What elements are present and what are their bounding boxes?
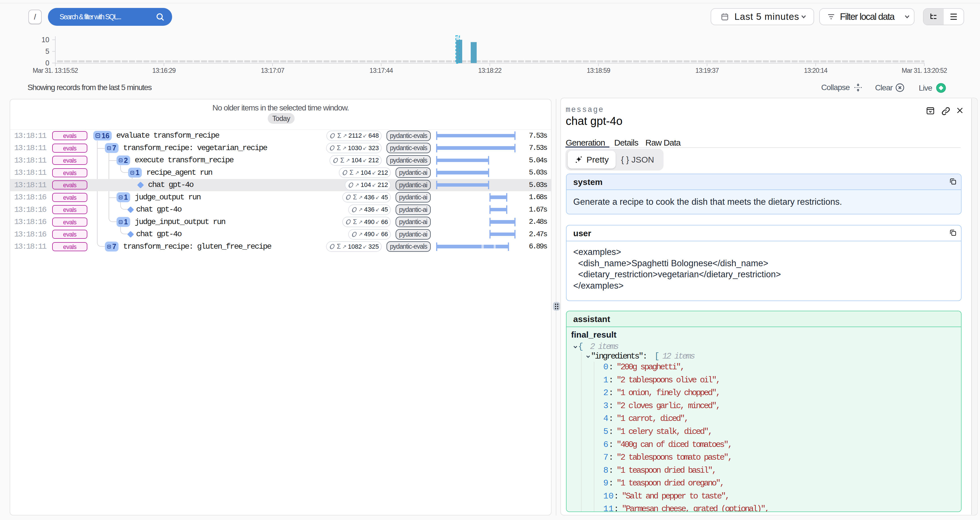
svg-text:Mar 31. 13:15:52: Mar 31. 13:15:52 [33,67,78,74]
svg-text:13:19:37: 13:19:37 [695,67,719,74]
svg-text:13:16:29: 13:16:29 [152,67,175,74]
svg-text:10: 10 [41,36,49,44]
svg-text:13:18:22: 13:18:22 [478,67,501,74]
svg-text:13:17:07: 13:17:07 [261,67,284,74]
svg-text:13:20:14: 13:20:14 [804,67,827,74]
svg-text:13:18:59: 13:18:59 [587,67,610,74]
svg-text:Mar 31. 13:20:52: Mar 31. 13:20:52 [902,67,947,74]
svg-text:5: 5 [45,47,49,55]
svg-text:13:17:44: 13:17:44 [369,67,393,74]
svg-text:0: 0 [45,59,49,67]
